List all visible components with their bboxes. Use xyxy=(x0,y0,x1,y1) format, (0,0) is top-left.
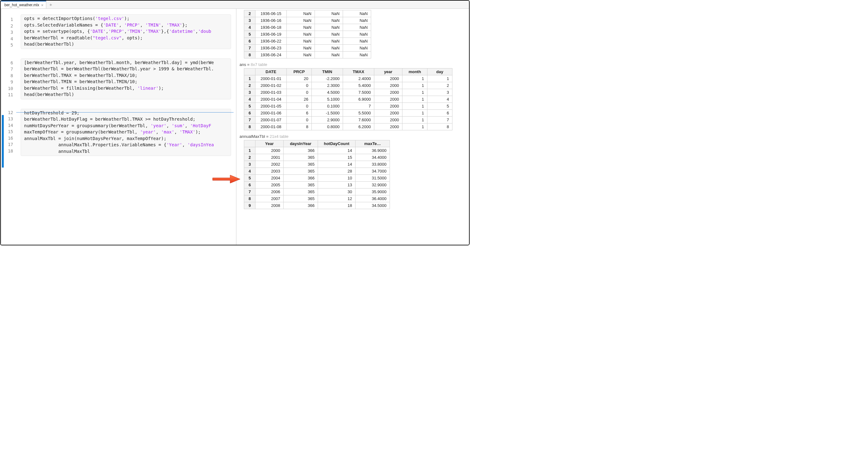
tab-bar: ber_hot_weather.mlx × + xyxy=(1,1,469,9)
editor-pane: 123456789101112131415161718 opts = detec… xyxy=(1,9,237,245)
output-table[interactable]: 21936-06-15NaNNaNNaN31936-06-16NaNNaNNaN… xyxy=(244,10,371,58)
tab-title: ber_hot_weather.mlx xyxy=(4,3,39,7)
var-dim: 8x7 table xyxy=(251,62,267,67)
var-dim: 21x4 table xyxy=(270,134,288,139)
close-icon[interactable]: × xyxy=(41,3,43,7)
main-split: 123456789101112131415161718 opts = detec… xyxy=(1,9,469,245)
var-label: ans = 8x7 table xyxy=(240,62,469,67)
var-label: annualMaxTbl = 21x4 table xyxy=(240,134,469,139)
output-pane: 21936-06-15NaNNaNNaN31936-06-16NaNNaNNaN… xyxy=(237,9,469,245)
output-table[interactable]: DATEPRCPTMINTMAXyearmonthday12000-01-012… xyxy=(244,68,453,130)
tab-file[interactable]: ber_hot_weather.mlx × xyxy=(1,1,46,8)
gutter: 123456789101112131415161718 xyxy=(1,9,16,245)
var-name: annualMaxTbl xyxy=(240,134,265,139)
add-tab-button[interactable]: + xyxy=(46,2,55,7)
code-cell[interactable]: hotDayThreshold = 29; berWeatherTbl.HotD… xyxy=(21,109,231,156)
line-numbers: 123456789101112131415161718 xyxy=(2,9,16,245)
cell-separator xyxy=(16,112,234,113)
output-table[interactable]: YeardaysInYearhotDayCountmaxTe…120003661… xyxy=(244,140,390,209)
code-cell[interactable]: [berWeatherTbl.year, berWeatherTbl.month… xyxy=(21,58,231,99)
code-area[interactable]: opts = detectImportOptions('tegel.csv');… xyxy=(16,9,236,171)
code-cell[interactable]: opts = detectImportOptions('tegel.csv');… xyxy=(21,14,231,49)
var-name: ans xyxy=(240,62,246,67)
